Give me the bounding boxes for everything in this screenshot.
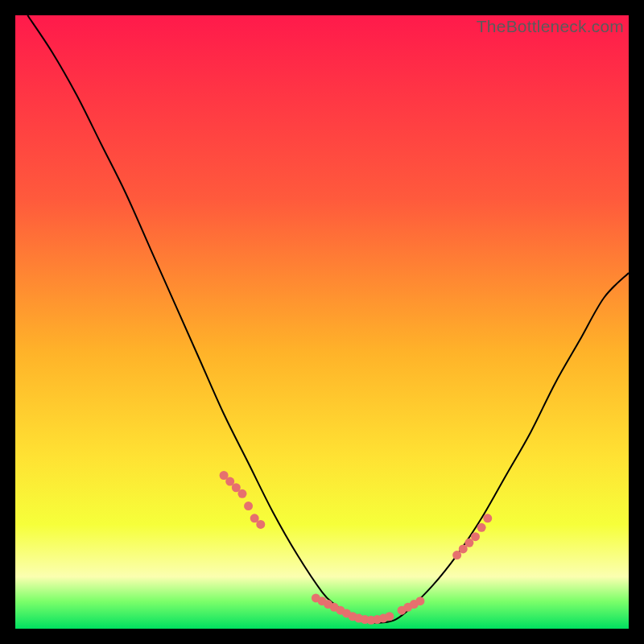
curve-marker xyxy=(483,514,492,522)
chart-frame: TheBottleneck.com xyxy=(15,15,629,629)
curve-marker xyxy=(471,532,480,541)
watermark-text: TheBottleneck.com xyxy=(477,17,624,36)
curve-marker xyxy=(477,523,486,532)
curve-marker xyxy=(244,502,253,510)
curve-marker xyxy=(415,597,424,605)
gradient-background xyxy=(15,15,629,629)
curve-marker xyxy=(256,520,265,529)
curve-marker xyxy=(237,489,246,498)
bottleneck-chart xyxy=(15,15,629,629)
curve-marker xyxy=(385,612,394,621)
